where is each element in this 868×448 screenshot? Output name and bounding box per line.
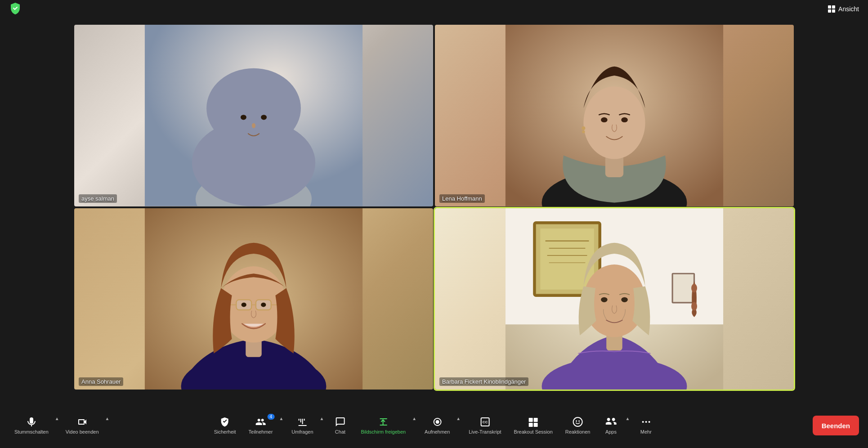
- apps-button[interactable]: Apps: [597, 413, 624, 438]
- svg-rect-2: [828, 9, 831, 13]
- share-caret[interactable]: ▲: [411, 414, 417, 423]
- video-tile-anna: Anna Sohrauer: [74, 208, 433, 390]
- share-button[interactable]: Bildschirm freigeben: [355, 413, 411, 438]
- svg-rect-53: [529, 423, 533, 427]
- mute-button[interactable]: Stummschalten: [9, 413, 54, 438]
- svg-point-11: [252, 123, 255, 128]
- view-label: Ansicht: [838, 5, 859, 13]
- apps-group: Apps ▲: [597, 413, 631, 438]
- svg-point-45: [601, 297, 608, 302]
- video-group: Video beenden ▲: [60, 413, 111, 438]
- record-caret[interactable]: ▲: [455, 414, 461, 423]
- svg-rect-51: [529, 418, 533, 422]
- transcript-label: Live-Transkript: [469, 429, 501, 435]
- top-bar: Ansicht: [0, 0, 868, 18]
- polls-button[interactable]: Umfragen: [286, 413, 318, 438]
- svg-rect-39: [672, 273, 694, 303]
- svg-point-60: [648, 421, 650, 423]
- video-label: Video beenden: [66, 429, 99, 435]
- participants-button[interactable]: 4 Teilnehmer: [243, 413, 278, 438]
- svg-point-10: [261, 115, 267, 120]
- mute-label: Stummschalten: [14, 429, 49, 435]
- svg-point-57: [578, 421, 580, 422]
- participants-group: 4 Teilnehmer ▲: [243, 413, 285, 438]
- svg-point-19: [621, 117, 628, 122]
- video-tile-barbara: Barbara Fickert Kinoblindgänger: [435, 208, 794, 390]
- mute-group: Stummschalten ▲: [9, 413, 60, 438]
- svg-point-46: [621, 297, 628, 302]
- svg-point-30: [261, 302, 266, 307]
- more-button[interactable]: Mehr: [632, 413, 659, 438]
- svg-rect-3: [832, 9, 835, 13]
- svg-point-29: [242, 302, 246, 307]
- apps-label: Apps: [605, 429, 617, 435]
- svg-point-17: [582, 130, 585, 133]
- svg-rect-34: [540, 228, 594, 290]
- apps-caret[interactable]: ▲: [624, 414, 631, 423]
- participant-name-ayse: ayse salman: [79, 194, 117, 203]
- reactions-button[interactable]: Reaktionen: [560, 413, 596, 438]
- video-caret[interactable]: ▲: [104, 414, 111, 423]
- svg-point-8: [192, 119, 315, 206]
- svg-point-55: [573, 417, 582, 426]
- share-label: Bildschirm freigeben: [361, 429, 406, 435]
- breakout-button[interactable]: Breakout Session: [509, 413, 558, 438]
- mute-caret[interactable]: ▲: [54, 414, 60, 423]
- security-label: Sicherheit: [214, 429, 236, 435]
- participant-name-barbara: Barbara Fickert Kinoblindgänger: [439, 377, 528, 386]
- svg-point-41: [691, 302, 697, 310]
- toolbar-left: Stummschalten ▲ Video beenden ▲: [9, 413, 110, 438]
- toolbar: Stummschalten ▲ Video beenden ▲ Siche: [0, 403, 868, 448]
- svg-rect-52: [534, 418, 538, 422]
- svg-point-16: [582, 126, 585, 130]
- toolbar-right: Beenden: [813, 416, 859, 435]
- video-tile-lena: Lena Hoffmann: [435, 25, 794, 206]
- participants-caret[interactable]: ▲: [278, 414, 284, 423]
- share-group: Bildschirm freigeben ▲: [355, 413, 417, 438]
- transcript-button[interactable]: CC Live-Transkript: [463, 413, 506, 438]
- view-button[interactable]: Ansicht: [828, 5, 859, 13]
- svg-point-59: [645, 421, 647, 423]
- zoom-shield-icon: [9, 2, 22, 16]
- polls-group: Umfragen ▲: [286, 413, 325, 438]
- video-tile-ayse: ayse salman: [74, 25, 433, 206]
- svg-rect-54: [534, 423, 538, 427]
- svg-point-58: [642, 421, 644, 423]
- record-label: Aufnehmen: [425, 429, 450, 435]
- participants-label: Teilnehmer: [249, 429, 273, 435]
- svg-point-9: [241, 115, 246, 120]
- security-button[interactable]: Sicherheit: [209, 413, 242, 438]
- polls-label: Umfragen: [291, 429, 313, 435]
- participant-name-lena: Lena Hoffmann: [439, 194, 485, 203]
- participants-badge: 4: [267, 414, 274, 420]
- svg-point-48: [435, 420, 439, 424]
- record-button[interactable]: Aufnehmen: [419, 413, 455, 438]
- toolbar-center: Sicherheit 4 Teilnehmer ▲ Umfragen: [209, 413, 660, 438]
- video-grid: ayse salman: [74, 25, 794, 390]
- record-group: Aufnehmen ▲: [419, 413, 461, 438]
- svg-point-18: [601, 117, 608, 122]
- svg-text:CC: CC: [483, 420, 488, 424]
- svg-rect-0: [828, 5, 831, 9]
- polls-caret[interactable]: ▲: [319, 414, 325, 423]
- participant-name-anna: Anna Sohrauer: [79, 377, 123, 386]
- breakout-label: Breakout Session: [514, 429, 553, 435]
- svg-rect-1: [832, 5, 835, 9]
- end-button[interactable]: Beenden: [813, 416, 859, 435]
- svg-point-15: [583, 86, 645, 159]
- svg-point-56: [576, 421, 577, 422]
- svg-point-40: [691, 283, 697, 292]
- video-button[interactable]: Video beenden: [60, 413, 104, 438]
- chat-label: Chat: [335, 429, 345, 435]
- reactions-label: Reaktionen: [565, 429, 591, 435]
- chat-button[interactable]: Chat: [327, 413, 353, 438]
- more-label: Mehr: [640, 429, 652, 435]
